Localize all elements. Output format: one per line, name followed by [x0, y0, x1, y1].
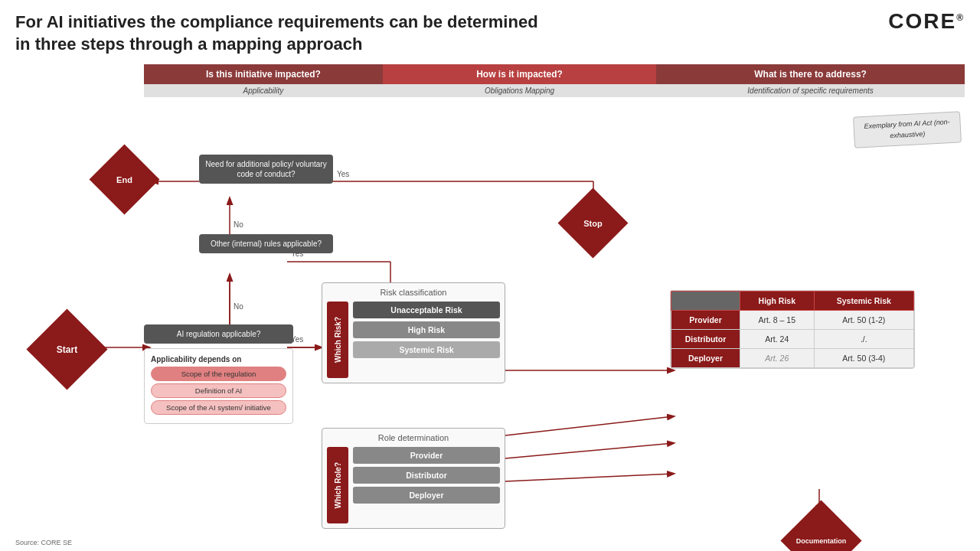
documentation-label: Docu­mentation — [796, 537, 847, 545]
role-item-deployer: Deployer — [353, 487, 500, 504]
logo: CORE® — [888, 9, 965, 34]
role-side-bar: Which Role? — [327, 447, 348, 523]
app-item-2: Definition of AI — [151, 383, 286, 398]
risk-item-high: High Risk — [353, 321, 500, 338]
risk-items: Unacceptable Risk High Risk Systemic Ris… — [353, 302, 500, 378]
role-item-provider: Provider — [353, 447, 500, 464]
col-subheader-2: Obligations Mapping — [383, 84, 656, 97]
page: CORE® For AI initiatives the compliance … — [0, 0, 980, 551]
source-text: Source: CORE SE — [15, 539, 72, 546]
app-item-3: Scope of the AI system/ initiative — [151, 400, 286, 415]
risk-classification-box: Risk classification Which Risk? Unaccept… — [322, 282, 505, 383]
role-items: Provider Distributor Deployer — [353, 447, 500, 523]
diagram: No No Yes Yes Yes — [15, 99, 965, 527]
svg-text:No: No — [234, 302, 243, 311]
ai-reg-box: AI regulation applicable? Applicability … — [144, 324, 293, 424]
role-item-distributor: Distributor — [353, 467, 500, 484]
col-header-2: How is it impacted? — [383, 64, 656, 84]
stop-label: Stop — [583, 219, 602, 228]
logo-sup: ® — [956, 12, 965, 23]
role-determination-box: Role determination Which Role? Provider … — [322, 428, 505, 529]
start-label: Start — [57, 344, 77, 355]
app-item-1: Scope of the regulation — [151, 367, 286, 381]
table-header-high-risk: High Risk — [740, 292, 815, 311]
svg-line-19 — [505, 443, 674, 458]
risk-item-unacceptable: Unacceptable Risk — [353, 302, 500, 318]
end-label: End — [116, 175, 132, 184]
other-rules-box: Other (internal) rules applicable? — [199, 234, 333, 253]
role-determination-title: Role determination — [327, 433, 500, 442]
risk-side-bar: Which Risk? — [327, 302, 348, 378]
table-row-deployer: Deployer Art. 26 Art. 50 (3-4) — [671, 349, 914, 368]
logo-text: CORE — [888, 9, 956, 33]
compliance-table-container: High Risk Systemic Risk Provider Art. 8 … — [670, 290, 915, 369]
svg-text:Yes: Yes — [337, 170, 349, 178]
table-row-distributor: Distributor Art. 24 ./. — [671, 330, 914, 349]
compliance-table: High Risk Systemic Risk Provider Art. 8 … — [671, 291, 914, 368]
applicability-detail: Applicability depends on Scope of the re… — [144, 348, 293, 424]
annotation-box: Exemplary from AI Act (non-exhaustive) — [853, 112, 962, 148]
svg-text:No: No — [234, 220, 243, 229]
col-header-1: Is this initiative impacted? — [144, 64, 383, 84]
table-row-provider: Provider Art. 8 – 15 Art. 50 (1-2) — [671, 311, 914, 330]
svg-line-18 — [505, 416, 674, 435]
risk-classification-title: Risk classification — [327, 288, 500, 297]
col-subheader-1: Applicability — [144, 84, 383, 97]
col-header-3: What is there to address? — [656, 64, 965, 84]
risk-item-systemic: Systemic Risk — [353, 341, 500, 358]
policy-box: Need for additional policy/ voluntary co… — [199, 155, 333, 184]
svg-line-20 — [505, 474, 674, 481]
table-header-systemic-risk: Systemic Risk — [814, 292, 913, 311]
col-subheader-3: Identification of specific requirements — [656, 84, 965, 97]
table-header-role — [671, 292, 740, 311]
page-title: For AI initiatives the compliance requir… — [15, 11, 551, 55]
